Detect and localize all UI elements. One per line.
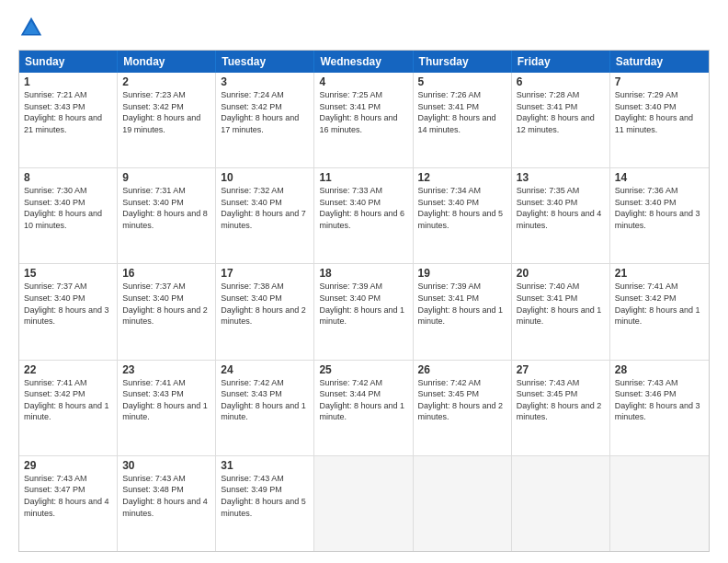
- calendar-header: SundayMondayTuesdayWednesdayThursdayFrid…: [19, 51, 709, 73]
- day-number: 19: [418, 267, 506, 280]
- sun-info: Sunrise: 7:43 AM Sunset: 3:46 PM Dayligh…: [615, 377, 704, 423]
- day-cell-11: 11Sunrise: 7:33 AM Sunset: 3:40 PM Dayli…: [314, 168, 413, 263]
- day-cell-27: 27Sunrise: 7:43 AM Sunset: 3:45 PM Dayli…: [512, 361, 610, 455]
- day-number: 1: [24, 75, 112, 88]
- sun-info: Sunrise: 7:42 AM Sunset: 3:44 PM Dayligh…: [319, 377, 407, 423]
- day-cell-15: 15Sunrise: 7:37 AM Sunset: 3:40 PM Dayli…: [19, 264, 118, 359]
- day-number: 9: [122, 171, 210, 184]
- day-cell-17: 17Sunrise: 7:38 AM Sunset: 3:40 PM Dayli…: [216, 264, 314, 359]
- day-cell-19: 19Sunrise: 7:39 AM Sunset: 3:41 PM Dayli…: [414, 264, 512, 359]
- day-number: 5: [418, 75, 506, 88]
- day-number: 6: [517, 75, 605, 88]
- day-cell-2: 2Sunrise: 7:23 AM Sunset: 3:42 PM Daylig…: [118, 73, 216, 167]
- day-number: 2: [122, 75, 210, 88]
- sun-info: Sunrise: 7:37 AM Sunset: 3:40 PM Dayligh…: [122, 281, 210, 327]
- sun-info: Sunrise: 7:21 AM Sunset: 3:43 PM Dayligh…: [24, 89, 112, 135]
- day-cell-23: 23Sunrise: 7:41 AM Sunset: 3:43 PM Dayli…: [118, 361, 216, 455]
- sun-info: Sunrise: 7:23 AM Sunset: 3:42 PM Dayligh…: [122, 89, 210, 135]
- sun-info: Sunrise: 7:41 AM Sunset: 3:43 PM Dayligh…: [122, 377, 210, 423]
- sun-info: Sunrise: 7:35 AM Sunset: 3:40 PM Dayligh…: [517, 185, 605, 231]
- day-number: 18: [319, 267, 407, 280]
- day-number: 17: [221, 267, 309, 280]
- sun-info: Sunrise: 7:40 AM Sunset: 3:41 PM Dayligh…: [517, 281, 605, 327]
- empty-cell: [512, 456, 610, 551]
- calendar-row-3: 15Sunrise: 7:37 AM Sunset: 3:40 PM Dayli…: [19, 263, 709, 359]
- day-number: 13: [517, 171, 605, 184]
- day-number: 21: [615, 267, 704, 280]
- day-cell-6: 6Sunrise: 7:28 AM Sunset: 3:41 PM Daylig…: [512, 73, 610, 167]
- sun-info: Sunrise: 7:39 AM Sunset: 3:40 PM Dayligh…: [319, 281, 407, 327]
- sun-info: Sunrise: 7:32 AM Sunset: 3:40 PM Dayligh…: [221, 185, 309, 231]
- sun-info: Sunrise: 7:43 AM Sunset: 3:48 PM Dayligh…: [122, 473, 210, 519]
- day-number: 26: [418, 363, 506, 376]
- calendar: SundayMondayTuesdayWednesdayThursdayFrid…: [18, 50, 710, 552]
- day-number: 3: [221, 75, 309, 88]
- logo: [18, 15, 48, 40]
- day-number: 30: [122, 459, 210, 472]
- sun-info: Sunrise: 7:29 AM Sunset: 3:40 PM Dayligh…: [615, 89, 704, 135]
- sun-info: Sunrise: 7:43 AM Sunset: 3:49 PM Dayligh…: [221, 473, 309, 519]
- day-number: 27: [517, 363, 605, 376]
- day-cell-24: 24Sunrise: 7:42 AM Sunset: 3:43 PM Dayli…: [216, 361, 314, 455]
- sun-info: Sunrise: 7:41 AM Sunset: 3:42 PM Dayligh…: [24, 377, 112, 423]
- empty-cell: [610, 456, 709, 551]
- calendar-row-2: 8Sunrise: 7:30 AM Sunset: 3:40 PM Daylig…: [19, 167, 709, 263]
- day-cell-30: 30Sunrise: 7:43 AM Sunset: 3:48 PM Dayli…: [118, 456, 216, 551]
- day-number: 29: [24, 459, 112, 472]
- day-cell-5: 5Sunrise: 7:26 AM Sunset: 3:41 PM Daylig…: [414, 73, 512, 167]
- page: SundayMondayTuesdayWednesdayThursdayFrid…: [0, 0, 728, 563]
- day-cell-21: 21Sunrise: 7:41 AM Sunset: 3:42 PM Dayli…: [610, 264, 709, 359]
- header-day-wednesday: Wednesday: [314, 51, 413, 73]
- header-day-monday: Monday: [118, 51, 216, 73]
- sun-info: Sunrise: 7:36 AM Sunset: 3:40 PM Dayligh…: [615, 185, 704, 231]
- header: [18, 15, 710, 40]
- day-number: 15: [24, 267, 112, 280]
- day-number: 23: [122, 363, 210, 376]
- day-cell-16: 16Sunrise: 7:37 AM Sunset: 3:40 PM Dayli…: [118, 264, 216, 359]
- calendar-row-1: 1Sunrise: 7:21 AM Sunset: 3:43 PM Daylig…: [19, 73, 709, 167]
- day-cell-1: 1Sunrise: 7:21 AM Sunset: 3:43 PM Daylig…: [19, 73, 118, 167]
- sun-info: Sunrise: 7:31 AM Sunset: 3:40 PM Dayligh…: [122, 185, 210, 231]
- day-cell-9: 9Sunrise: 7:31 AM Sunset: 3:40 PM Daylig…: [118, 168, 216, 263]
- day-cell-25: 25Sunrise: 7:42 AM Sunset: 3:44 PM Dayli…: [314, 361, 413, 455]
- header-day-saturday: Saturday: [610, 51, 709, 73]
- day-cell-31: 31Sunrise: 7:43 AM Sunset: 3:49 PM Dayli…: [216, 456, 314, 551]
- calendar-row-5: 29Sunrise: 7:43 AM Sunset: 3:47 PM Dayli…: [19, 455, 709, 551]
- sun-info: Sunrise: 7:24 AM Sunset: 3:42 PM Dayligh…: [221, 89, 309, 135]
- sun-info: Sunrise: 7:39 AM Sunset: 3:41 PM Dayligh…: [418, 281, 506, 327]
- day-number: 28: [615, 363, 704, 376]
- sun-info: Sunrise: 7:28 AM Sunset: 3:41 PM Dayligh…: [517, 89, 605, 135]
- day-number: 31: [221, 459, 309, 472]
- day-cell-12: 12Sunrise: 7:34 AM Sunset: 3:40 PM Dayli…: [414, 168, 512, 263]
- day-number: 4: [319, 75, 407, 88]
- sun-info: Sunrise: 7:26 AM Sunset: 3:41 PM Dayligh…: [418, 89, 506, 135]
- day-cell-10: 10Sunrise: 7:32 AM Sunset: 3:40 PM Dayli…: [216, 168, 314, 263]
- day-number: 10: [221, 171, 309, 184]
- empty-cell: [414, 456, 512, 551]
- day-number: 11: [319, 171, 407, 184]
- logo-icon: [18, 15, 44, 40]
- sun-info: Sunrise: 7:37 AM Sunset: 3:40 PM Dayligh…: [24, 281, 112, 327]
- empty-cell: [314, 456, 413, 551]
- day-number: 8: [24, 171, 112, 184]
- sun-info: Sunrise: 7:34 AM Sunset: 3:40 PM Dayligh…: [418, 185, 506, 231]
- day-cell-18: 18Sunrise: 7:39 AM Sunset: 3:40 PM Dayli…: [314, 264, 413, 359]
- day-number: 25: [319, 363, 407, 376]
- day-number: 14: [615, 171, 704, 184]
- sun-info: Sunrise: 7:38 AM Sunset: 3:40 PM Dayligh…: [221, 281, 309, 327]
- day-number: 24: [221, 363, 309, 376]
- sun-info: Sunrise: 7:41 AM Sunset: 3:42 PM Dayligh…: [615, 281, 704, 327]
- day-cell-7: 7Sunrise: 7:29 AM Sunset: 3:40 PM Daylig…: [610, 73, 709, 167]
- sun-info: Sunrise: 7:42 AM Sunset: 3:45 PM Dayligh…: [418, 377, 506, 423]
- day-cell-29: 29Sunrise: 7:43 AM Sunset: 3:47 PM Dayli…: [19, 456, 118, 551]
- day-number: 20: [517, 267, 605, 280]
- sun-info: Sunrise: 7:30 AM Sunset: 3:40 PM Dayligh…: [24, 185, 112, 231]
- sun-info: Sunrise: 7:42 AM Sunset: 3:43 PM Dayligh…: [221, 377, 309, 423]
- sun-info: Sunrise: 7:25 AM Sunset: 3:41 PM Dayligh…: [319, 89, 407, 135]
- day-number: 12: [418, 171, 506, 184]
- day-cell-14: 14Sunrise: 7:36 AM Sunset: 3:40 PM Dayli…: [610, 168, 709, 263]
- header-day-sunday: Sunday: [19, 51, 118, 73]
- day-number: 16: [122, 267, 210, 280]
- day-cell-22: 22Sunrise: 7:41 AM Sunset: 3:42 PM Dayli…: [19, 361, 118, 455]
- calendar-row-4: 22Sunrise: 7:41 AM Sunset: 3:42 PM Dayli…: [19, 360, 709, 455]
